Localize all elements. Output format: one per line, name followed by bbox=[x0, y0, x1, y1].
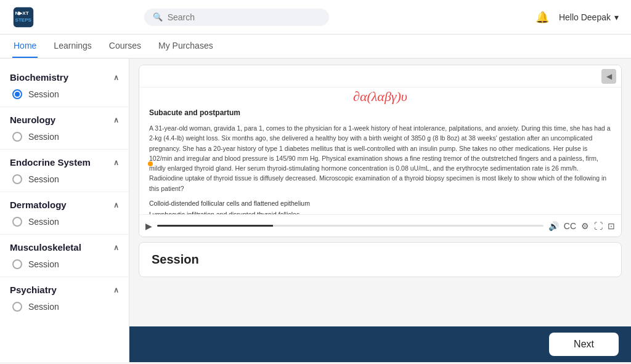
content-area: ◀ ∂α(λαβγ)υ Subacute and postpartum A 31… bbox=[129, 59, 631, 362]
video-progress-bar[interactable] bbox=[157, 225, 543, 227]
video-fullscreen-button[interactable]: ⛶ bbox=[594, 221, 603, 231]
video-play-button[interactable]: ▶ bbox=[145, 221, 152, 231]
sidebar-item-neurology-session[interactable]: Session bbox=[0, 129, 129, 148]
radio-musculoskeletal-session[interactable] bbox=[12, 259, 22, 269]
video-question-title: Subacute and postpartum bbox=[149, 107, 611, 118]
sidebar-section-psychiatry: Psychiatry ∧ Session bbox=[0, 278, 129, 318]
radio-dermatology-session[interactable] bbox=[12, 217, 22, 227]
sidebar-item-dermatology-session[interactable]: Session bbox=[0, 214, 129, 233]
radio-biochemistry-session[interactable] bbox=[12, 89, 22, 99]
next-button[interactable]: Next bbox=[549, 333, 619, 356]
video-frame: ◀ ∂α(λαβγ)υ Subacute and postpartum A 31… bbox=[139, 65, 621, 237]
app-logo[interactable]: N▶XT STEPS bbox=[12, 6, 35, 28]
nav-item-courses[interactable]: Courses bbox=[108, 34, 142, 58]
video-top-bar: ◀ bbox=[139, 65, 621, 87]
sidebar-section-neurology: Neurology ∧ Session bbox=[0, 108, 129, 148]
radio-endocrine-session[interactable] bbox=[12, 174, 22, 184]
notification-bell-button[interactable]: 🔔 bbox=[535, 10, 549, 24]
chevron-psychiatry-icon: ∧ bbox=[113, 286, 119, 294]
nav-item-learnings[interactable]: Learnings bbox=[52, 34, 93, 58]
sidebar-item-psychiatry-session[interactable]: Session bbox=[0, 299, 129, 318]
sidebar-item-biochemistry-session[interactable]: Session bbox=[0, 86, 129, 105]
video-answer-options: Colloid-distended follicular cells and f… bbox=[149, 198, 611, 214]
video-content: Subacute and postpartum A 31-year-old wo… bbox=[139, 87, 621, 214]
video-handwriting: ∂α(λαβγ)υ bbox=[353, 89, 407, 105]
main-nav: Home Learnings Courses My Purchases bbox=[0, 34, 631, 59]
video-player-container: ◀ ∂α(λαβγ)υ Subacute and postpartum A 31… bbox=[139, 65, 622, 237]
video-pip-button[interactable]: ⊡ bbox=[608, 221, 615, 231]
svg-text:STEPS: STEPS bbox=[15, 17, 32, 23]
sidebar-section-biochemistry: Biochemistry ∧ Session bbox=[0, 66, 129, 105]
sidebar-heading-psychiatry[interactable]: Psychiatry ∧ bbox=[0, 278, 129, 299]
chevron-musculoskeletal-icon: ∧ bbox=[113, 243, 119, 252]
sidebar-section-musculoskeletal: Musculoskeletal ∧ Session bbox=[0, 236, 129, 275]
sidebar-section-endocrine: Endocrine System ∧ Session bbox=[0, 151, 129, 190]
sidebar-item-musculoskeletal-session[interactable]: Session bbox=[0, 256, 129, 275]
user-menu[interactable]: Hello Deepak ▾ bbox=[559, 12, 619, 22]
session-title-bar: Session bbox=[139, 242, 622, 277]
chevron-biochemistry-icon: ∧ bbox=[113, 73, 119, 82]
video-settings-button[interactable]: ⚙ bbox=[581, 221, 589, 231]
chevron-dermatology-icon: ∧ bbox=[113, 201, 119, 209]
radio-neurology-session[interactable] bbox=[12, 132, 22, 142]
session-title-text: Session bbox=[152, 253, 199, 266]
sidebar-heading-musculoskeletal[interactable]: Musculoskeletal ∧ bbox=[0, 236, 129, 256]
chevron-neurology-icon: ∧ bbox=[113, 116, 119, 124]
user-greeting: Hello Deepak bbox=[559, 12, 611, 22]
orange-indicator-dot bbox=[148, 161, 153, 166]
logo-icon: N▶XT STEPS bbox=[12, 6, 35, 28]
search-icon: 🔍 bbox=[153, 12, 163, 22]
video-option-2[interactable]: Lymphocytic infiltration and disrupted t… bbox=[149, 209, 611, 214]
video-question-body: A 31-year-old woman, gravida 1, para 1, … bbox=[149, 123, 611, 193]
topbar: N▶XT STEPS 🔍 🔔 Hello Deepak ▾ bbox=[0, 0, 631, 34]
radio-psychiatry-session[interactable] bbox=[12, 302, 22, 312]
video-option-1[interactable]: Colloid-distended follicular cells and f… bbox=[149, 198, 611, 209]
video-progress-fill bbox=[157, 225, 273, 227]
nav-item-home[interactable]: Home bbox=[12, 34, 38, 58]
chevron-endocrine-icon: ∧ bbox=[113, 158, 119, 167]
sidebar-heading-dermatology[interactable]: Dermatology ∧ bbox=[0, 193, 129, 214]
sidebar-section-dermatology: Dermatology ∧ Session bbox=[0, 193, 129, 233]
bell-icon: 🔔 bbox=[535, 11, 549, 23]
video-controls-bar: ▶ 🔊 CC ⚙ ⛶ ⊡ bbox=[139, 214, 621, 237]
chevron-down-icon: ▾ bbox=[614, 12, 619, 22]
sidebar: Biochemistry ∧ Session Neurology ∧ Sessi… bbox=[0, 59, 129, 362]
search-input[interactable] bbox=[168, 12, 320, 22]
topbar-right: 🔔 Hello Deepak ▾ bbox=[535, 10, 619, 24]
nav-item-my-purchases[interactable]: My Purchases bbox=[157, 34, 214, 58]
video-collapse-button[interactable]: ◀ bbox=[601, 69, 616, 84]
sidebar-heading-biochemistry[interactable]: Biochemistry ∧ bbox=[0, 66, 129, 86]
video-volume-button[interactable]: 🔊 bbox=[548, 221, 559, 231]
svg-text:N▶XT: N▶XT bbox=[15, 10, 29, 16]
sidebar-item-endocrine-session[interactable]: Session bbox=[0, 171, 129, 190]
search-bar[interactable]: 🔍 bbox=[144, 9, 329, 26]
main-layout: Biochemistry ∧ Session Neurology ∧ Sessi… bbox=[0, 59, 631, 362]
footer-bar: Next bbox=[129, 326, 631, 362]
video-captions-button[interactable]: CC bbox=[564, 221, 576, 231]
sidebar-heading-neurology[interactable]: Neurology ∧ bbox=[0, 108, 129, 129]
sidebar-heading-endocrine[interactable]: Endocrine System ∧ bbox=[0, 151, 129, 171]
